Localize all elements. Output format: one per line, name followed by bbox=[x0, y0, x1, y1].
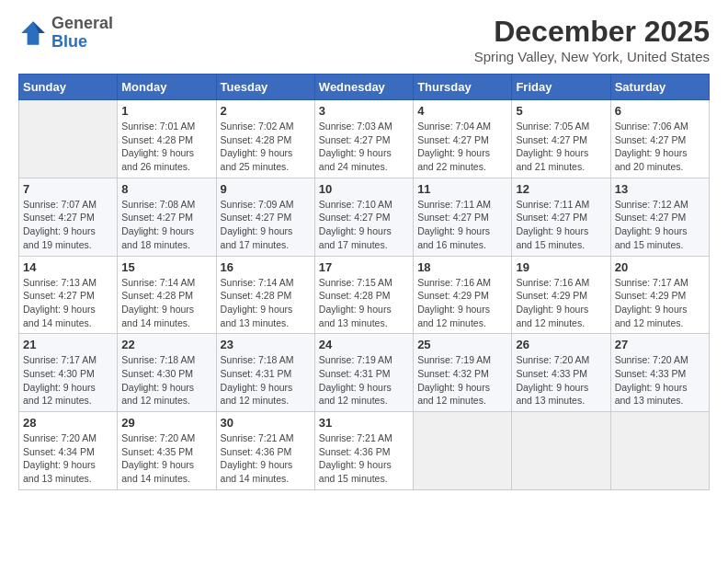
calendar-cell: 20Sunrise: 7:17 AMSunset: 4:29 PMDayligh… bbox=[610, 256, 709, 334]
day-number: 22 bbox=[121, 338, 211, 351]
calendar-week-5: 28Sunrise: 7:20 AMSunset: 4:34 PMDayligh… bbox=[19, 412, 710, 490]
day-number: 29 bbox=[121, 416, 211, 430]
calendar-cell: 17Sunrise: 7:15 AMSunset: 4:28 PMDayligh… bbox=[314, 256, 413, 334]
calendar-cell: 6Sunrise: 7:06 AMSunset: 4:27 PMDaylight… bbox=[610, 100, 709, 178]
day-info: Sunrise: 7:02 AMSunset: 4:28 PMDaylight:… bbox=[221, 120, 311, 174]
day-number: 31 bbox=[319, 416, 409, 430]
day-number: 12 bbox=[516, 182, 606, 196]
calendar-body: 1Sunrise: 7:01 AMSunset: 4:28 PMDaylight… bbox=[19, 100, 710, 490]
calendar-cell: 3Sunrise: 7:03 AMSunset: 4:27 PMDaylight… bbox=[314, 100, 413, 178]
day-info: Sunrise: 7:01 AMSunset: 4:28 PMDaylight:… bbox=[121, 120, 211, 174]
calendar-cell: 5Sunrise: 7:05 AMSunset: 4:27 PMDaylight… bbox=[512, 100, 610, 178]
day-info: Sunrise: 7:17 AMSunset: 4:30 PMDaylight:… bbox=[23, 353, 113, 408]
day-number: 13 bbox=[615, 182, 705, 196]
calendar-cell: 31Sunrise: 7:21 AMSunset: 4:36 PMDayligh… bbox=[314, 412, 413, 490]
day-info: Sunrise: 7:12 AMSunset: 4:27 PMDaylight:… bbox=[615, 198, 705, 252]
calendar-week-1: 1Sunrise: 7:01 AMSunset: 4:28 PMDaylight… bbox=[19, 100, 710, 178]
day-info: Sunrise: 7:20 AMSunset: 4:35 PMDaylight:… bbox=[121, 431, 211, 486]
day-info: Sunrise: 7:16 AMSunset: 4:29 PMDaylight:… bbox=[417, 276, 507, 330]
day-header-tuesday: Tuesday bbox=[216, 75, 314, 100]
day-number: 30 bbox=[221, 416, 311, 430]
day-info: Sunrise: 7:11 AMSunset: 4:27 PMDaylight:… bbox=[516, 198, 606, 252]
logo-text: General Blue bbox=[51, 15, 113, 52]
day-info: Sunrise: 7:20 AMSunset: 4:34 PMDaylight:… bbox=[23, 431, 113, 486]
calendar-cell: 25Sunrise: 7:19 AMSunset: 4:32 PMDayligh… bbox=[414, 334, 512, 412]
calendar-week-3: 14Sunrise: 7:13 AMSunset: 4:27 PMDayligh… bbox=[19, 256, 710, 334]
page-title: December 2025 bbox=[474, 15, 710, 49]
day-info: Sunrise: 7:06 AMSunset: 4:27 PMDaylight:… bbox=[615, 120, 705, 174]
day-number: 26 bbox=[516, 338, 606, 351]
day-info: Sunrise: 7:08 AMSunset: 4:27 PMDaylight:… bbox=[121, 198, 211, 252]
calendar-cell: 29Sunrise: 7:20 AMSunset: 4:35 PMDayligh… bbox=[118, 412, 216, 490]
day-number: 28 bbox=[23, 416, 113, 430]
day-number: 17 bbox=[319, 260, 409, 274]
day-info: Sunrise: 7:04 AMSunset: 4:27 PMDaylight:… bbox=[417, 120, 507, 174]
calendar-cell: 24Sunrise: 7:19 AMSunset: 4:31 PMDayligh… bbox=[314, 334, 413, 412]
day-number: 4 bbox=[417, 104, 507, 118]
header: General Blue December 2025 Spring Valley… bbox=[18, 15, 710, 64]
day-header-wednesday: Wednesday bbox=[314, 75, 413, 100]
day-info: Sunrise: 7:21 AMSunset: 4:36 PMDaylight:… bbox=[319, 431, 409, 486]
day-header-thursday: Thursday bbox=[414, 75, 512, 100]
calendar-cell: 13Sunrise: 7:12 AMSunset: 4:27 PMDayligh… bbox=[610, 178, 709, 256]
day-number: 27 bbox=[615, 338, 705, 351]
day-header-saturday: Saturday bbox=[610, 75, 709, 100]
calendar-week-2: 7Sunrise: 7:07 AMSunset: 4:27 PMDaylight… bbox=[19, 178, 710, 256]
calendar-cell: 11Sunrise: 7:11 AMSunset: 4:27 PMDayligh… bbox=[414, 178, 512, 256]
day-info: Sunrise: 7:05 AMSunset: 4:27 PMDaylight:… bbox=[516, 120, 606, 174]
logo-icon bbox=[18, 18, 48, 48]
day-number: 2 bbox=[221, 104, 311, 118]
day-number: 9 bbox=[221, 182, 311, 196]
day-number: 23 bbox=[221, 338, 311, 351]
day-info: Sunrise: 7:17 AMSunset: 4:29 PMDaylight:… bbox=[615, 276, 705, 330]
day-info: Sunrise: 7:19 AMSunset: 4:32 PMDaylight:… bbox=[417, 353, 507, 408]
day-number: 3 bbox=[319, 104, 409, 118]
calendar-cell: 10Sunrise: 7:10 AMSunset: 4:27 PMDayligh… bbox=[314, 178, 413, 256]
day-number: 20 bbox=[615, 260, 705, 274]
calendar-cell: 27Sunrise: 7:20 AMSunset: 4:33 PMDayligh… bbox=[610, 334, 709, 412]
calendar-cell: 28Sunrise: 7:20 AMSunset: 4:34 PMDayligh… bbox=[19, 412, 118, 490]
day-info: Sunrise: 7:19 AMSunset: 4:31 PMDaylight:… bbox=[319, 353, 409, 408]
day-info: Sunrise: 7:13 AMSunset: 4:27 PMDaylight:… bbox=[23, 276, 113, 330]
calendar-cell bbox=[19, 100, 118, 178]
calendar-header-row: SundayMondayTuesdayWednesdayThursdayFrid… bbox=[19, 75, 710, 100]
day-number: 19 bbox=[516, 260, 606, 274]
day-number: 14 bbox=[23, 260, 113, 274]
calendar-cell: 30Sunrise: 7:21 AMSunset: 4:36 PMDayligh… bbox=[216, 412, 314, 490]
calendar-cell: 9Sunrise: 7:09 AMSunset: 4:27 PMDaylight… bbox=[216, 178, 314, 256]
calendar-cell: 26Sunrise: 7:20 AMSunset: 4:33 PMDayligh… bbox=[512, 334, 610, 412]
calendar-cell: 12Sunrise: 7:11 AMSunset: 4:27 PMDayligh… bbox=[512, 178, 610, 256]
day-number: 18 bbox=[417, 260, 507, 274]
title-area: December 2025 Spring Valley, New York, U… bbox=[474, 15, 710, 64]
day-number: 6 bbox=[615, 104, 705, 118]
calendar-cell: 7Sunrise: 7:07 AMSunset: 4:27 PMDaylight… bbox=[19, 178, 118, 256]
calendar-cell bbox=[512, 412, 610, 490]
calendar-cell: 8Sunrise: 7:08 AMSunset: 4:27 PMDaylight… bbox=[118, 178, 216, 256]
day-number: 8 bbox=[121, 182, 211, 196]
day-info: Sunrise: 7:15 AMSunset: 4:28 PMDaylight:… bbox=[319, 276, 409, 330]
day-number: 24 bbox=[319, 338, 409, 351]
day-info: Sunrise: 7:14 AMSunset: 4:28 PMDaylight:… bbox=[221, 276, 311, 330]
calendar-cell: 15Sunrise: 7:14 AMSunset: 4:28 PMDayligh… bbox=[118, 256, 216, 334]
calendar-cell: 16Sunrise: 7:14 AMSunset: 4:28 PMDayligh… bbox=[216, 256, 314, 334]
day-info: Sunrise: 7:11 AMSunset: 4:27 PMDaylight:… bbox=[417, 198, 507, 252]
day-info: Sunrise: 7:03 AMSunset: 4:27 PMDaylight:… bbox=[319, 120, 409, 174]
calendar-week-4: 21Sunrise: 7:17 AMSunset: 4:30 PMDayligh… bbox=[19, 334, 710, 412]
day-number: 7 bbox=[23, 182, 113, 196]
day-info: Sunrise: 7:18 AMSunset: 4:30 PMDaylight:… bbox=[121, 353, 211, 408]
calendar-table: SundayMondayTuesdayWednesdayThursdayFrid… bbox=[18, 74, 710, 490]
calendar-cell: 19Sunrise: 7:16 AMSunset: 4:29 PMDayligh… bbox=[512, 256, 610, 334]
day-info: Sunrise: 7:20 AMSunset: 4:33 PMDaylight:… bbox=[516, 353, 606, 408]
logo: General Blue bbox=[18, 15, 113, 52]
day-info: Sunrise: 7:14 AMSunset: 4:28 PMDaylight:… bbox=[121, 276, 211, 330]
day-number: 15 bbox=[121, 260, 211, 274]
calendar-cell bbox=[610, 412, 709, 490]
calendar-cell: 2Sunrise: 7:02 AMSunset: 4:28 PMDaylight… bbox=[216, 100, 314, 178]
day-info: Sunrise: 7:21 AMSunset: 4:36 PMDaylight:… bbox=[221, 431, 311, 486]
day-header-sunday: Sunday bbox=[19, 75, 118, 100]
page-subtitle: Spring Valley, New York, United States bbox=[474, 49, 710, 64]
day-info: Sunrise: 7:09 AMSunset: 4:27 PMDaylight:… bbox=[221, 198, 311, 252]
day-info: Sunrise: 7:10 AMSunset: 4:27 PMDaylight:… bbox=[319, 198, 409, 252]
day-header-friday: Friday bbox=[512, 75, 610, 100]
calendar-cell: 22Sunrise: 7:18 AMSunset: 4:30 PMDayligh… bbox=[118, 334, 216, 412]
